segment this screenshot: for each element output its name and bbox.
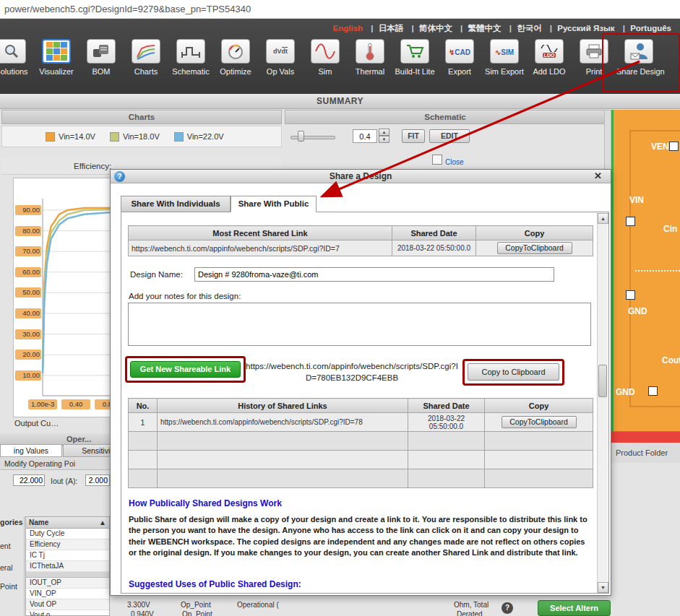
vin-input[interactable] — [13, 474, 45, 486]
sharing-description-paragraph: Public Share of design will make a copy … — [129, 514, 591, 559]
dialog-help-icon[interactable]: ? — [114, 171, 125, 182]
toolbar-item-solutions[interactable]: Solutions — [0, 39, 34, 76]
metric-row[interactable]: Vout OP — [26, 599, 109, 610]
design-name-label: Design Name: — [130, 270, 183, 279]
toolbar-item-share-design[interactable]: Share Design — [616, 39, 661, 76]
operational-fragment: Operational ( — [237, 601, 279, 609]
metric-row[interactable]: Vout o — [26, 610, 109, 616]
alert-strip — [611, 432, 680, 443]
metric-group-divider — [26, 572, 109, 578]
lang-russian[interactable]: Русский Язык — [547, 24, 618, 32]
design-name-input[interactable] — [194, 267, 554, 282]
legend-swatch — [110, 132, 119, 142]
get-new-shareable-link-button[interactable]: Get New Shareable Link — [130, 361, 241, 378]
ven-checkbox[interactable] — [669, 142, 679, 151]
product-folder-link[interactable]: Product Folder — [611, 443, 680, 463]
toolbar-item-export[interactable]: ↯CAD Export — [437, 39, 482, 76]
gnd2-checkbox[interactable] — [648, 386, 658, 396]
metric-row[interactable]: ICThetaJA — [26, 561, 109, 572]
browser-address-bar[interactable]: power/webench5.cgi?DesignId=9279&base_pn… — [0, 0, 680, 19]
zoom-step-up-button[interactable]: ▲ — [379, 129, 390, 136]
scroll-down-button[interactable]: ▼ — [598, 582, 608, 593]
column-header: Shared Date — [392, 226, 476, 240]
toolbar-item-optimize[interactable]: Optimize — [213, 39, 258, 76]
zoom-value-input[interactable]: 0.4 — [353, 129, 377, 143]
lang-traditional-chinese[interactable]: 繁體中文 — [457, 24, 504, 32]
zoom-step-down-button[interactable]: ▼ — [379, 136, 390, 143]
copy-to-clipboard-main-button[interactable]: Copy to Clipboard — [468, 363, 559, 381]
copy-to-clipboard-button[interactable]: CopyToClipboard — [497, 242, 572, 254]
toolbar-item-charts[interactable]: Charts — [124, 39, 168, 76]
y-tick-label: 20.00 — [15, 350, 41, 360]
help-icon[interactable]: ? — [502, 602, 513, 614]
tab-operating-values[interactable]: ing Values — [0, 444, 62, 457]
edit-button[interactable]: EDIT — [429, 129, 470, 143]
lang-portuguese[interactable]: Português — [620, 24, 674, 32]
toolbar-item-bom[interactable]: BOM — [79, 39, 124, 76]
summary-bar: SUMMARY — [0, 94, 680, 109]
gnd-checkbox[interactable] — [626, 290, 635, 300]
ohm-total-fragment: Ohm, Total — [454, 601, 489, 609]
row-number-cell: 1 — [129, 413, 158, 432]
toolbar-item-sim[interactable]: Sim — [303, 39, 348, 76]
lang-japanese[interactable]: 日本語 — [368, 24, 406, 32]
category-item-fragment[interactable]: Point — [0, 582, 17, 591]
divider — [24, 516, 25, 616]
zoom-slider-thumb[interactable] — [298, 131, 304, 142]
select-alternate-button[interactable]: Select Altern — [538, 600, 611, 616]
metric-row[interactable]: Duty Cycle — [26, 529, 109, 539]
cin-checkbox[interactable] — [626, 217, 635, 226]
toolbar-item-visualizer[interactable]: Visualizer — [34, 39, 79, 76]
fit-button[interactable]: FIT — [402, 129, 425, 143]
modify-operating-point-button[interactable]: Modify Operating Poi — [0, 458, 110, 470]
page-url: power/webench5.cgi?DesignId=9279&base_pn… — [4, 4, 251, 14]
category-item-fragment[interactable]: eral — [0, 563, 13, 572]
metric-row[interactable]: IOUT_OP — [26, 578, 109, 589]
metric-row[interactable]: Efficiency — [26, 539, 109, 550]
iout-input[interactable] — [85, 474, 110, 486]
toolbar-item-thermal[interactable]: Thermal — [348, 39, 392, 76]
toolbar-item-build-it-lite[interactable]: Build-It Lite — [392, 39, 437, 76]
visualizer-grid-icon — [42, 39, 71, 64]
copy-to-clipboard-button[interactable]: CopyToClipboard — [502, 416, 577, 428]
toolbar-item-sim-export[interactable]: ∿SIM Sim Export — [482, 39, 527, 76]
x-tick-label: 1.00e-3 — [28, 399, 57, 409]
lang-english[interactable]: English — [330, 24, 366, 32]
toolbar-item-schematic[interactable]: Schematic — [168, 39, 213, 76]
notes-label: Add your notes for this design: — [129, 292, 241, 300]
close-icon[interactable]: ✕ — [594, 170, 602, 181]
sim-export-icon: ∿SIM — [490, 39, 519, 64]
cout-label: Cout — [662, 355, 680, 365]
how-sharing-works-heading: How Publically Shared Designs Work — [129, 498, 282, 508]
dv-dt-icon: dVdt — [266, 39, 295, 64]
sort-ascending-icon[interactable]: ▲ — [99, 517, 106, 528]
tab-share-with-public[interactable]: Share With Public — [231, 196, 317, 212]
ven-label: VEN — [651, 142, 669, 152]
shareable-link-text: https://webench.ti.com/appinfo/webench/s… — [244, 361, 460, 383]
schematic-close-link[interactable]: Close — [445, 158, 464, 166]
metrics-table-header[interactable]: Name ▲ — [26, 517, 109, 529]
scroll-up-button[interactable]: ▲ — [598, 213, 608, 224]
shared-link-cell: https://webench.ti.com/appinfo/webench/s… — [129, 240, 392, 256]
tab-share-with-individuals[interactable]: Share With Individuals — [121, 196, 231, 212]
shared-date-cell: 2018-03-22 05:50:00.0 — [392, 240, 476, 256]
lang-korean[interactable]: 한국어 — [507, 24, 545, 32]
schematic-zoom-panel: VEN VIN Cin GND Cout GND — [611, 110, 680, 433]
design-notes-textarea[interactable] — [128, 303, 591, 346]
toolbar-item-print[interactable]: Print — [572, 39, 616, 76]
schematic-symbol-icon — [176, 39, 205, 64]
lang-simplified-chinese[interactable]: 简体中文 — [408, 24, 455, 32]
category-item-fragment[interactable]: ent — [0, 542, 11, 550]
metric-row[interactable]: VIN_OP — [26, 589, 109, 599]
metric-row[interactable]: IC Tj — [26, 550, 109, 561]
legend-swatch — [174, 132, 184, 142]
toolbar-item-op-vals[interactable]: dVdt Op Vals — [258, 39, 303, 76]
scrollbar-thumb[interactable] — [598, 365, 607, 397]
vin-label: VIN — [629, 195, 644, 205]
toolbar-item-add-ldo[interactable]: LDO Add LDO — [527, 39, 572, 76]
legend-item-vin18: Vin=18.0V — [110, 132, 160, 142]
chart-x-axis-label: Output Current (A) — [14, 419, 59, 428]
y-tick-label: 40.00 — [15, 308, 41, 318]
shared-date-cell: 2018-03-22 05:50:00.0 — [408, 413, 485, 432]
column-header: Copy — [476, 226, 593, 240]
